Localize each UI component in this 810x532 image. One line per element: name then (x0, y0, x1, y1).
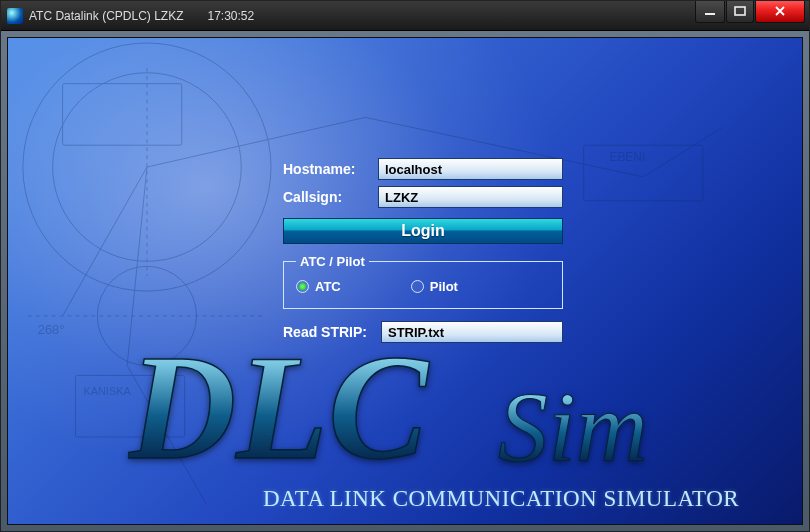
app-icon (7, 8, 23, 24)
hostname-input[interactable] (378, 158, 563, 180)
callsign-input[interactable] (378, 186, 563, 208)
minimize-icon (704, 6, 716, 16)
svg-text:268°: 268° (38, 322, 65, 337)
app-window: ATC Datalink (CPDLC) LZKZ 17:30:52 (0, 0, 810, 532)
svg-rect-1 (735, 7, 745, 15)
svg-rect-0 (705, 13, 715, 15)
svg-text:KANISKA: KANISKA (83, 385, 131, 397)
hostname-label: Hostname: (283, 161, 378, 177)
tagline: DATA LINK COMMUNICATION SIMULATOR (263, 486, 739, 512)
minimize-button[interactable] (695, 1, 725, 23)
window-time: 17:30:52 (207, 9, 254, 23)
radio-atc-label: ATC (315, 279, 341, 294)
mode-fieldset: ATC / Pilot ATC Pilot (283, 254, 563, 309)
window-title: ATC Datalink (CPDLC) LZKZ (29, 9, 183, 23)
radio-atc[interactable] (296, 280, 309, 293)
login-form: Hostname: Callsign: Login ATC / Pilot AT… (283, 158, 563, 349)
svg-rect-5 (63, 84, 182, 146)
maximize-icon (734, 6, 746, 16)
radio-pilot-label: Pilot (430, 279, 458, 294)
radio-pilot[interactable] (411, 280, 424, 293)
callsign-label: Callsign: (283, 189, 378, 205)
titlebar[interactable]: ATC Datalink (CPDLC) LZKZ 17:30:52 (1, 1, 809, 31)
logo-suffix-text: Sim (498, 371, 648, 482)
close-icon (774, 6, 786, 16)
svg-text:EBENI: EBENI (609, 150, 645, 164)
logo-main-text: DLC (128, 338, 430, 488)
close-button[interactable] (755, 1, 805, 23)
radio-option-pilot[interactable]: Pilot (411, 279, 458, 294)
client-area: 268° EBENI KANISKA Hostname: Callsign: L… (7, 37, 803, 525)
login-button[interactable]: Login (283, 218, 563, 244)
app-logo: DLC Sim (128, 338, 768, 492)
mode-legend: ATC / Pilot (296, 254, 369, 269)
radio-option-atc[interactable]: ATC (296, 279, 341, 294)
maximize-button[interactable] (726, 1, 754, 23)
